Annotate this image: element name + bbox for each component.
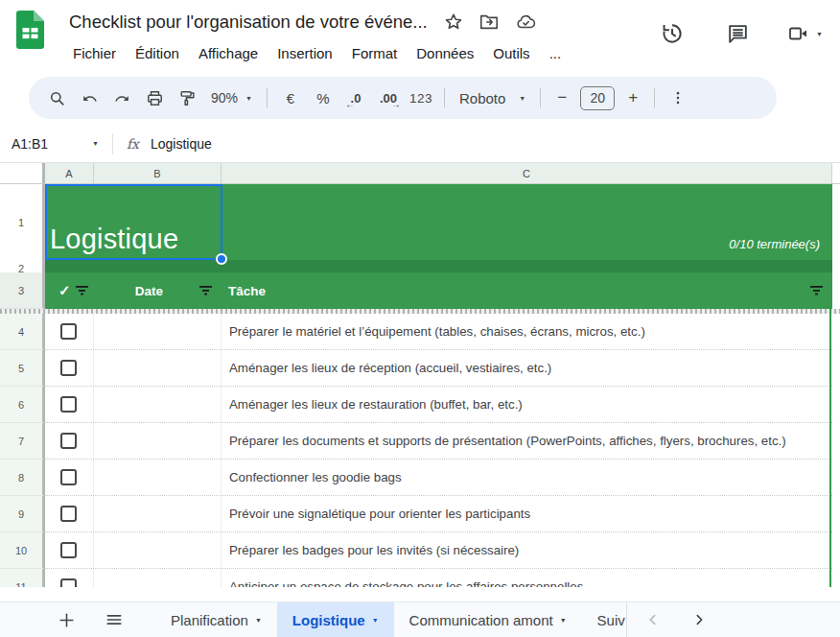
scroll-tabs-right-icon[interactable]	[687, 607, 712, 632]
check-cell[interactable]	[45, 314, 94, 349]
number-format-123-icon[interactable]: 123	[405, 82, 437, 114]
date-column-header[interactable]: Date	[94, 272, 222, 309]
row-header[interactable]: 6	[0, 387, 45, 423]
checkbox[interactable]	[60, 578, 77, 587]
column-header-c[interactable]: C	[222, 163, 832, 183]
check-column-header[interactable]: ✓	[45, 272, 94, 309]
menu-donnes[interactable]: Données	[407, 43, 483, 63]
select-all-corner[interactable]	[0, 163, 45, 183]
checkbox[interactable]	[60, 323, 77, 340]
row-header[interactable]: 4	[0, 314, 45, 350]
sheet-title-cell[interactable]: Logistique 0/10 terminée(s)	[45, 184, 832, 260]
document-title[interactable]: Checklist pour l'organisation de votre é…	[69, 12, 428, 33]
task-cell[interactable]: Confectionner les goodie bags	[222, 460, 832, 495]
row-header[interactable]: 9	[0, 496, 45, 532]
increase-font-size-button[interactable]: +	[618, 88, 647, 107]
check-cell[interactable]	[45, 460, 94, 495]
check-cell[interactable]	[45, 350, 94, 386]
tab-communicationamont[interactable]: Communication amont▼	[394, 602, 582, 637]
row-header-3[interactable]: 3	[0, 272, 45, 309]
add-sheet-icon[interactable]	[50, 603, 82, 636]
filter-icon[interactable]	[810, 285, 823, 296]
more-options-icon[interactable]	[662, 82, 694, 114]
formula-input[interactable]: Logistique	[151, 136, 212, 152]
task-cell[interactable]: Préparer le matériel et l’équipement (ta…	[222, 314, 832, 349]
task-cell[interactable]: Préparer les badges pour les invités (si…	[222, 532, 832, 568]
row-header[interactable]: 5	[0, 350, 45, 387]
row-header-2[interactable]: 2	[0, 260, 45, 272]
name-box[interactable]: A1:B1	[0, 136, 92, 152]
menu-outils[interactable]: Outils	[483, 43, 539, 63]
zoom-control[interactable]: 90% ▼	[203, 82, 260, 114]
check-cell[interactable]	[45, 496, 94, 531]
all-sheets-menu-icon[interactable]	[98, 603, 130, 636]
filter-icon[interactable]	[199, 285, 212, 296]
task-cell[interactable]: Aménager les lieux de restauration (buff…	[222, 387, 832, 422]
undo-icon[interactable]	[73, 82, 105, 114]
date-cell[interactable]	[94, 314, 222, 349]
version-history-icon[interactable]	[656, 17, 688, 50]
row-header[interactable]: 7	[0, 423, 45, 460]
checkbox[interactable]	[60, 506, 77, 522]
date-cell[interactable]	[94, 569, 222, 587]
row-header[interactable]: 8	[0, 460, 45, 496]
date-cell[interactable]	[94, 496, 222, 531]
menu-[interactable]: ...	[540, 43, 572, 63]
check-cell[interactable]	[45, 569, 94, 587]
paint-format-icon[interactable]	[171, 82, 203, 114]
spreadsheet-grid: A B C 1 Logistique 0/10 terminée(s) 2 3	[0, 163, 840, 587]
move-folder-icon[interactable]	[478, 12, 500, 33]
row-header-1[interactable]: 1	[0, 184, 45, 260]
row-header[interactable]: 10	[0, 532, 45, 569]
tab-logistique[interactable]: Logistique▼	[277, 602, 394, 637]
checkbox[interactable]	[60, 360, 77, 376]
checkbox[interactable]	[60, 542, 77, 558]
percent-format-icon[interactable]: %	[307, 82, 339, 114]
date-cell[interactable]	[94, 423, 222, 459]
tab-suiv[interactable]: Suiv	[582, 602, 626, 637]
increase-decimal-icon[interactable]: .00→	[372, 82, 405, 114]
search-icon[interactable]	[40, 82, 73, 114]
checkbox[interactable]	[60, 396, 77, 413]
font-family-selector[interactable]: Roboto ▼	[452, 82, 533, 114]
print-icon[interactable]	[138, 82, 171, 114]
decrease-font-size-button[interactable]: −	[548, 88, 576, 107]
task-column-header[interactable]: Tâche	[222, 272, 832, 309]
date-cell[interactable]	[94, 460, 222, 495]
decrease-decimal-icon[interactable]: .0←	[339, 82, 372, 114]
task-cell[interactable]: Prévoir une signalétique pour orienter l…	[222, 496, 832, 531]
tab-planification[interactable]: Planification▼	[155, 602, 277, 637]
chevron-down-icon: ▼	[372, 617, 379, 624]
comments-icon[interactable]	[721, 17, 754, 50]
cloud-check-icon[interactable]	[514, 12, 538, 33]
task-cell[interactable]: Anticiper un espace de stockage pour les…	[222, 569, 832, 587]
date-cell[interactable]	[94, 532, 222, 568]
menu-affichage[interactable]: Affichage	[189, 43, 268, 63]
check-cell[interactable]	[45, 423, 94, 459]
menu-fichier[interactable]: Fichier	[63, 43, 126, 63]
meet-camera-button[interactable]: ▼	[786, 22, 823, 45]
checkbox[interactable]	[60, 469, 77, 485]
font-size-input[interactable]: 20	[580, 86, 615, 110]
redo-icon[interactable]	[105, 82, 138, 114]
check-cell[interactable]	[45, 532, 94, 568]
scroll-tabs-left-icon[interactable]	[641, 607, 665, 632]
chevron-down-icon[interactable]: ▼	[92, 140, 99, 147]
top-bar: Checklist pour l'organisation de votre é…	[0, 0, 840, 73]
star-icon[interactable]	[443, 12, 464, 33]
checkbox[interactable]	[60, 433, 77, 449]
currency-format-icon[interactable]: €	[274, 82, 307, 114]
column-header-b[interactable]: B	[94, 163, 222, 183]
column-header-a[interactable]: A	[45, 163, 94, 183]
task-cell[interactable]: Aménager les lieux de réception (accueil…	[222, 350, 832, 386]
filter-icon[interactable]	[76, 285, 88, 296]
sheets-logo-icon[interactable]	[16, 11, 44, 49]
menu-insertion[interactable]: Insertion	[268, 43, 342, 63]
task-cell[interactable]: Préparer les documents et supports de pr…	[222, 423, 832, 459]
menu-format[interactable]: Format	[342, 43, 408, 63]
row-header[interactable]: 11	[0, 569, 45, 587]
menu-dition[interactable]: Édition	[126, 43, 189, 63]
check-cell[interactable]	[45, 387, 94, 422]
date-cell[interactable]	[94, 387, 222, 422]
date-cell[interactable]	[94, 350, 222, 386]
